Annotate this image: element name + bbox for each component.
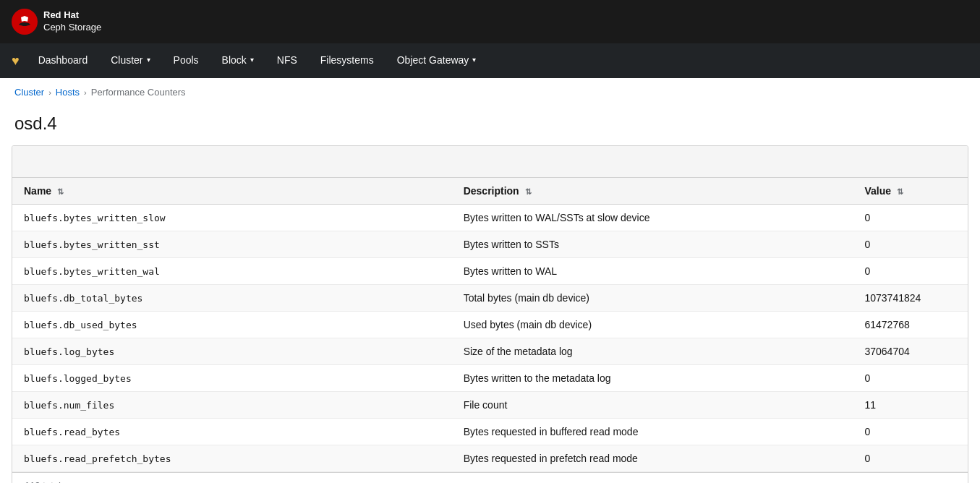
cell-name: bluefs.bytes_written_sst [12, 231, 452, 258]
col-name[interactable]: Name ⇅ [12, 178, 452, 205]
brand-name: Red Hat [43, 9, 101, 22]
table-row: bluefs.log_bytesSize of the metadata log… [12, 338, 968, 365]
table-row: bluefs.bytes_written_slowBytes written t… [12, 205, 968, 231]
cell-name: bluefs.db_total_bytes [12, 285, 452, 312]
cell-name: bluefs.log_bytes [12, 338, 452, 365]
table-footer: 112 total [12, 472, 968, 483]
desc-sort-icon: ⇅ [525, 187, 532, 197]
cell-value: 61472768 [853, 312, 968, 338]
table-row: bluefs.read_prefetch_bytesBytes requeste… [12, 445, 968, 472]
cell-value: 0 [853, 419, 968, 445]
cell-value: 0 [853, 445, 968, 472]
table-row: bluefs.bytes_written_walBytes written to… [12, 258, 968, 285]
name-sort-icon: ⇅ [57, 187, 64, 197]
table-toolbar [12, 146, 968, 178]
brand: Red Hat Ceph Storage [12, 9, 101, 35]
cell-value: 0 [853, 231, 968, 258]
cell-value: 0 [853, 365, 968, 392]
nav-object-gateway[interactable]: Object Gateway ▾ [387, 43, 487, 78]
cell-value: 0 [853, 258, 968, 285]
cell-value: 0 [853, 205, 968, 231]
page-title: osd.4 [0, 106, 980, 145]
val-sort-icon: ⇅ [897, 187, 903, 197]
table-header-row: Name ⇅ Description ⇅ Value ⇅ [12, 178, 968, 205]
cell-name: bluefs.bytes_written_slow [12, 205, 452, 231]
cell-description: Bytes written to WAL/SSTs at slow device [452, 205, 853, 231]
cell-name: bluefs.db_used_bytes [12, 312, 452, 338]
cell-description: Bytes written to the metadata log [452, 365, 853, 392]
cluster-caret-icon: ▾ [147, 56, 150, 64]
brand-subtitle: Ceph Storage [43, 22, 101, 33]
breadcrumb-sep-2: › [84, 88, 87, 97]
breadcrumb-sep-1: › [48, 88, 51, 97]
cell-description: Bytes written to WAL [452, 258, 853, 285]
table-row: bluefs.read_bytesBytes requested in buff… [12, 419, 968, 445]
svg-point-0 [12, 9, 38, 35]
breadcrumb-hosts[interactable]: Hosts [56, 87, 80, 98]
table-row: bluefs.num_filesFile count11 [12, 392, 968, 419]
nav-dashboard[interactable]: Dashboard [28, 43, 98, 78]
table-row: bluefs.db_total_bytesTotal bytes (main d… [12, 285, 968, 312]
breadcrumb: Cluster › Hosts › Performance Counters [0, 78, 980, 106]
cell-description: Bytes requested in buffered read mode [452, 419, 853, 445]
table-body: bluefs.bytes_written_slowBytes written t… [12, 205, 968, 472]
nav-cluster[interactable]: Cluster ▾ [101, 43, 160, 78]
cell-name: bluefs.logged_bytes [12, 365, 452, 392]
nav-nfs[interactable]: NFS [267, 43, 307, 78]
topbar: Red Hat Ceph Storage [0, 0, 980, 43]
cell-name: bluefs.bytes_written_wal [12, 258, 452, 285]
cell-description: Bytes requested in prefetch read mode [452, 445, 853, 472]
cell-value: 37064704 [853, 338, 968, 365]
cell-description: Used bytes (main db device) [452, 312, 853, 338]
navbar: ♥ Dashboard Cluster ▾ Pools Block ▾ NFS … [0, 43, 980, 78]
cell-description: File count [452, 392, 853, 419]
nav-pools[interactable]: Pools [163, 43, 209, 78]
breadcrumb-current: Performance Counters [91, 87, 186, 98]
dashboard-heart-icon: ♥ [12, 54, 20, 69]
table-row: bluefs.logged_bytesBytes written to the … [12, 365, 968, 392]
object-gateway-caret-icon: ▾ [472, 56, 476, 64]
cell-description: Bytes written to SSTs [452, 231, 853, 258]
cell-description: Total bytes (main db device) [452, 285, 853, 312]
performance-counters-table: Name ⇅ Description ⇅ Value ⇅ bluefs.byte… [12, 145, 968, 483]
nav-filesystems[interactable]: Filesystems [310, 43, 384, 78]
cell-description: Size of the metadata log [452, 338, 853, 365]
col-value[interactable]: Value ⇅ [853, 178, 968, 205]
counters-table: Name ⇅ Description ⇅ Value ⇅ bluefs.byte… [12, 178, 968, 472]
col-description[interactable]: Description ⇅ [452, 178, 853, 205]
breadcrumb-cluster[interactable]: Cluster [14, 87, 44, 98]
cell-value: 11 [853, 392, 968, 419]
block-caret-icon: ▾ [250, 56, 254, 64]
nav-block[interactable]: Block ▾ [212, 43, 264, 78]
table-row: bluefs.bytes_written_sstBytes written to… [12, 231, 968, 258]
table-row: bluefs.db_used_bytesUsed bytes (main db … [12, 312, 968, 338]
cell-value: 1073741824 [853, 285, 968, 312]
cell-name: bluefs.read_bytes [12, 419, 452, 445]
cell-name: bluefs.num_files [12, 392, 452, 419]
redhat-logo-icon [12, 9, 38, 35]
cell-name: bluefs.read_prefetch_bytes [12, 445, 452, 472]
